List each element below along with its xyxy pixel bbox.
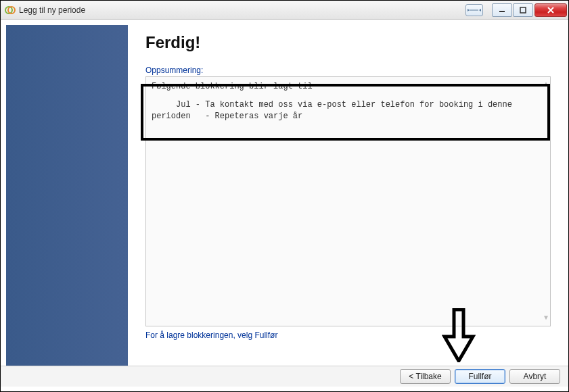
titlebar: Legg til ny periode	[1, 1, 568, 20]
summary-line: Følgende blokkering blir lagt til	[152, 81, 545, 93]
minimize-button[interactable]	[492, 3, 512, 17]
window-title: Legg til ny periode	[19, 5, 465, 15]
cancel-button[interactable]: Avbryt	[509, 369, 560, 384]
close-button[interactable]	[534, 3, 567, 17]
maximize-button[interactable]	[513, 3, 533, 17]
page-heading: Ferdig!	[145, 33, 551, 52]
window-nav-button[interactable]	[465, 4, 483, 16]
summary-label: Oppsummering:	[145, 66, 551, 75]
summary-box: ▲ Følgende blokkering blir lagt til Jul …	[145, 76, 551, 326]
scroll-down-hint: ▼	[544, 314, 548, 323]
finish-button[interactable]: Fullfør	[455, 369, 505, 384]
back-button[interactable]: < Tilbake	[400, 369, 451, 384]
scroll-up-hint: ▲	[544, 80, 548, 89]
instruction-text: For å lagre blokkeringen, velg Fullfør	[145, 330, 551, 340]
app-icon	[5, 5, 16, 16]
summary-line: Jul - Ta kontakt med oss via e-post elle…	[152, 99, 545, 122]
window-controls	[465, 3, 567, 17]
wizard-sidebar	[6, 25, 128, 366]
svg-rect-4	[520, 7, 526, 13]
content-area: Ferdig! Oppsummering: ▲ Følgende blokker…	[1, 20, 568, 366]
wizard-main-panel: Ferdig! Oppsummering: ▲ Følgende blokker…	[128, 25, 563, 366]
wizard-footer: < Tilbake Fullfør Avbryt	[1, 366, 568, 387]
